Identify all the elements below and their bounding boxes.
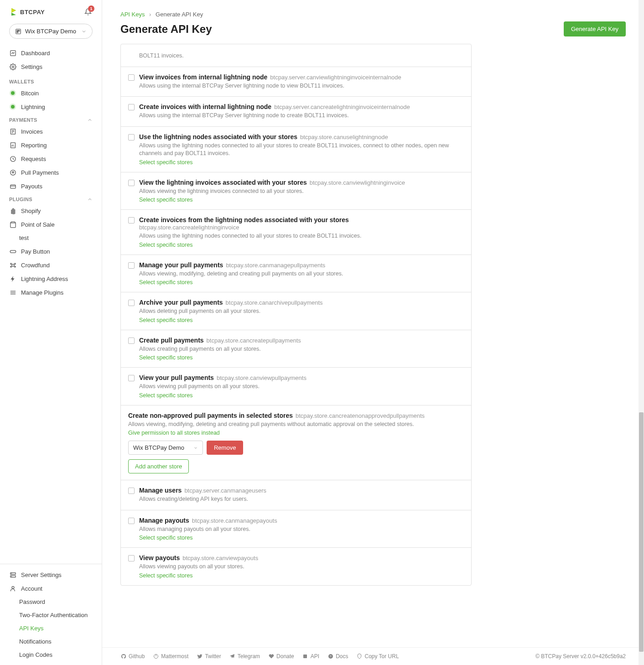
- permission-title: Manage payouts: [139, 517, 189, 524]
- permission-title: View your pull payments: [139, 374, 214, 381]
- notifications-button[interactable]: 1: [83, 7, 93, 16]
- sidebar-item-crowdfund[interactable]: Crowdfund: [0, 258, 102, 272]
- permission-code: btcpay.store.canuselightningnode: [300, 134, 388, 140]
- api-icon: [302, 654, 308, 660]
- generate-api-key-button[interactable]: Generate API Key: [564, 21, 626, 36]
- select-stores-link[interactable]: Select specific stores: [139, 354, 192, 361]
- status-dot-icon: [11, 105, 15, 109]
- nav-label: Requests: [21, 156, 46, 162]
- permission-checkbox[interactable]: [128, 74, 135, 81]
- add-store-button[interactable]: Add another store: [128, 459, 189, 473]
- permission-item: Create invoices from the lightning nodes…: [121, 210, 471, 255]
- breadcrumb-parent[interactable]: API Keys: [120, 11, 145, 18]
- footer-telegram[interactable]: Telegram: [229, 653, 260, 660]
- server-icon: [10, 571, 16, 578]
- footer-tor[interactable]: Copy Tor URL: [356, 653, 399, 660]
- requests-icon: [10, 156, 16, 162]
- nav-label: Shopify: [21, 208, 41, 214]
- store-selector[interactable]: Wix BTCPay Demo: [9, 24, 93, 39]
- scrollbar-thumb[interactable]: [639, 412, 644, 652]
- sidebar-item-payouts[interactable]: Payouts: [0, 179, 102, 193]
- footer: Github Mattermost Twitter Telegram Donat…: [102, 647, 644, 665]
- store-dropdown[interactable]: Wix BTCPay Demo: [128, 441, 203, 455]
- footer-mattermost[interactable]: Mattermost: [153, 653, 188, 660]
- sidebar-item-lightning[interactable]: Lightning: [0, 100, 102, 114]
- status-dot-icon: [11, 91, 15, 95]
- permission-description: Allows creating/deleting API keys for us…: [139, 495, 464, 504]
- permission-checkbox[interactable]: [128, 375, 135, 381]
- permission-item: Create invoices with internal lightning …: [121, 97, 471, 127]
- svg-point-19: [10, 263, 11, 265]
- select-stores-link[interactable]: Select specific stores: [139, 535, 192, 541]
- sidebar-item-shopify[interactable]: Shopify: [0, 204, 102, 218]
- nav-label: test: [19, 234, 29, 241]
- footer-github[interactable]: Github: [120, 653, 145, 660]
- permission-checkbox[interactable]: [128, 488, 135, 494]
- payments-section-label[interactable]: PAYMENTS: [0, 114, 102, 125]
- give-all-stores-link[interactable]: Give permission to all stores instead: [128, 430, 220, 436]
- footer-donate[interactable]: Donate: [268, 653, 294, 660]
- permission-checkbox[interactable]: [128, 180, 135, 186]
- sidebar-item-two-factor[interactable]: Two-Factor Authentication: [0, 608, 102, 622]
- chevron-up-icon: [87, 117, 93, 123]
- sidebar-item-requests[interactable]: Requests: [0, 152, 102, 166]
- select-stores-link[interactable]: Select specific stores: [139, 242, 192, 248]
- sidebar-item-server-settings[interactable]: Server Settings: [0, 568, 102, 582]
- scrollbar[interactable]: [639, 0, 644, 665]
- select-stores-link[interactable]: Select specific stores: [139, 317, 192, 323]
- logo-text: BTCPAY: [20, 9, 45, 16]
- store-icon: [15, 28, 21, 35]
- nav-label: Reporting: [21, 142, 47, 149]
- select-stores-link[interactable]: Select specific stores: [139, 159, 192, 166]
- select-stores-link[interactable]: Select specific stores: [139, 572, 192, 579]
- permission-code: btcpay.server.cancreatelightninginvoicei…: [274, 104, 410, 110]
- sidebar-item-login-codes[interactable]: Login Codes: [0, 648, 102, 661]
- sidebar-item-pos-test[interactable]: test: [0, 231, 102, 244]
- footer-api[interactable]: API: [302, 653, 319, 660]
- sidebar-item-settings[interactable]: Settings: [0, 60, 102, 73]
- permission-checkbox[interactable]: [128, 104, 135, 110]
- sidebar-item-pos[interactable]: Point of Sale: [0, 218, 102, 231]
- nav-label: Pull Payments: [21, 169, 59, 176]
- sidebar-item-reporting[interactable]: Reporting: [0, 138, 102, 152]
- sidebar-item-invoices[interactable]: Invoices: [0, 125, 102, 138]
- sidebar-item-pull-payments[interactable]: Pull Payments: [0, 166, 102, 179]
- permission-checkbox[interactable]: [128, 300, 135, 306]
- permission-checkbox[interactable]: [128, 262, 135, 269]
- select-stores-link[interactable]: Select specific stores: [139, 197, 192, 203]
- footer-twitter[interactable]: Twitter: [197, 653, 221, 660]
- nav-label: Account: [21, 585, 42, 592]
- sidebar-item-api-keys[interactable]: API Keys: [0, 622, 102, 635]
- permission-code: btcpay.server.canviewlightninginvoiceint…: [270, 74, 401, 81]
- logo[interactable]: BTCPAY: [9, 7, 45, 16]
- nav-label: Server Settings: [21, 571, 62, 578]
- sidebar-item-pay-button[interactable]: Pay Button: [0, 244, 102, 258]
- sidebar-item-lightning-address[interactable]: Lightning Address: [0, 272, 102, 286]
- svg-point-30: [12, 586, 14, 588]
- select-stores-link[interactable]: Select specific stores: [139, 392, 192, 399]
- permission-item: Create pull paymentsbtcpay.store.cancrea…: [121, 330, 471, 368]
- permission-item: Manage usersbtcpay.server.canmanageusers…: [121, 480, 471, 510]
- footer-docs[interactable]: ?Docs: [327, 653, 348, 660]
- permission-checkbox[interactable]: [128, 134, 135, 140]
- sidebar-item-dashboard[interactable]: Dashboard: [0, 46, 102, 60]
- permission-checkbox[interactable]: [128, 217, 135, 223]
- sidebar-item-account[interactable]: Account: [0, 582, 102, 595]
- sidebar-item-password[interactable]: Password: [0, 595, 102, 608]
- permission-checkbox[interactable]: [128, 338, 135, 344]
- permission-checkbox[interactable]: [128, 555, 135, 561]
- nav-label: Point of Sale: [21, 221, 55, 228]
- twitter-icon: [197, 654, 203, 660]
- select-stores-link[interactable]: Select specific stores: [139, 279, 192, 286]
- sidebar-item-notifications[interactable]: Notifications: [0, 635, 102, 648]
- sidebar-item-bitcoin[interactable]: Bitcoin: [0, 86, 102, 100]
- permission-description: Allows viewing, modifying, deleting and …: [128, 421, 464, 429]
- sidebar: BTCPAY 1 Wix BTCPay Demo Dashboard: [0, 0, 102, 665]
- permission-checkbox[interactable]: [128, 518, 135, 524]
- remove-store-button[interactable]: Remove: [207, 441, 243, 455]
- permission-title: Create invoices with internal lightning …: [139, 103, 271, 110]
- svg-rect-17: [10, 250, 16, 253]
- svg-rect-14: [10, 185, 15, 188]
- plugins-section-label[interactable]: PLUGINS: [0, 193, 102, 204]
- sidebar-item-manage-plugins[interactable]: Manage Plugins: [0, 286, 102, 299]
